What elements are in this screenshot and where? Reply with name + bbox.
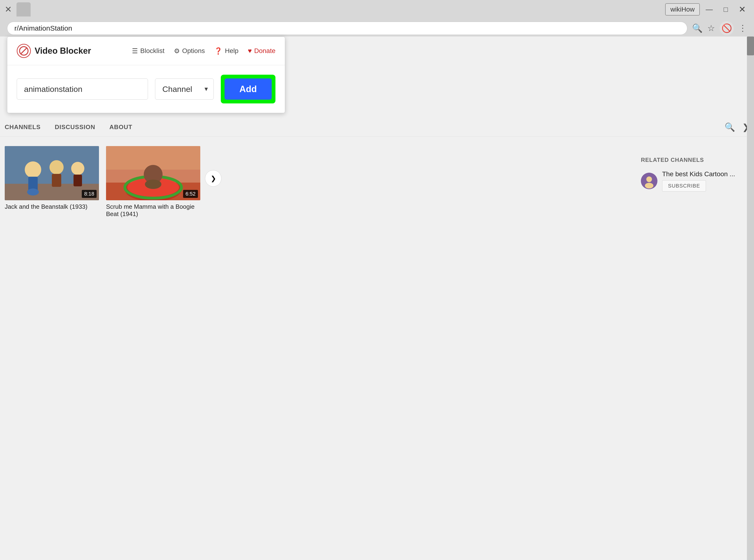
page-content: CHANNELS DISCUSSION ABOUT 🔍 ❯ (0, 37, 754, 560)
video-title-2: Scrub me Mamma with a Boogie Beat (1941) (106, 203, 200, 218)
gear-icon: ⚙ (174, 47, 180, 55)
svg-point-2 (25, 161, 41, 178)
blocklist-nav-item[interactable]: ☰ Blocklist (132, 47, 164, 55)
donate-label: Donate (254, 47, 275, 55)
popup-nav: ☰ Blocklist ⚙ Options ❓ Help ♥ Donate (132, 47, 275, 55)
popup-body: Channel Username Keyword Add (7, 65, 285, 113)
popup-logo: Video Blocker (17, 44, 91, 58)
heart-icon: ♥ (248, 47, 252, 55)
tab-channels[interactable]: CHANNELS (5, 121, 41, 133)
video-list: 8:18 Jack and the Beanstalk (1933) (5, 146, 200, 218)
channel-name-input[interactable] (17, 78, 148, 100)
help-label: Help (225, 47, 238, 55)
video-duration-2: 6:52 (183, 190, 198, 198)
no-symbol-icon (19, 46, 28, 56)
address-bar: 🔍 ☆ 🚫 ⋮ (0, 19, 754, 38)
maximize-button[interactable]: □ (719, 3, 733, 15)
svg-rect-6 (52, 174, 61, 187)
channel-avatar (641, 173, 657, 189)
tab-about[interactable]: ABOUT (109, 121, 132, 133)
video-duration-1: 8:18 (82, 190, 97, 198)
type-select-wrapper: Channel Username Keyword (155, 78, 214, 100)
channel-info: The best Kids Cartoon ... SUBSCRIBE (662, 170, 735, 192)
svg-line-21 (20, 47, 27, 54)
thumbnail-1: 8:18 (5, 146, 99, 200)
video-item-2[interactable]: 6:52 Scrub me Mamma with a Boogie Beat (… (106, 146, 200, 218)
carousel-next-button[interactable]: ❯ (205, 170, 221, 186)
options-label: Options (182, 47, 205, 55)
svg-point-4 (27, 188, 39, 196)
related-channels-panel: RELATED CHANNELS The best Kids Cartoon .… (641, 157, 749, 196)
related-channel-item: The best Kids Cartoon ... SUBSCRIBE (641, 170, 749, 192)
channel-name: The best Kids Cartoon ... (662, 170, 735, 178)
tab-icons: 🔍 ❯ (725, 122, 749, 132)
video-title-1: Jack and the Beanstalk (1933) (5, 203, 99, 211)
avatar-image (641, 173, 657, 189)
tab-search-icon[interactable]: 🔍 (725, 122, 735, 132)
subscribe-button[interactable]: SUBSCRIBE (662, 180, 706, 192)
youtube-tabs: CHANNELS DISCUSSION ABOUT 🔍 ❯ (0, 118, 754, 137)
donate-nav-item[interactable]: ♥ Donate (248, 47, 275, 55)
tab-discussion[interactable]: DISCUSSION (55, 121, 95, 133)
window-controls: wikiHow — □ ✕ (665, 0, 749, 19)
svg-point-19 (645, 183, 653, 188)
options-nav-item[interactable]: ⚙ Options (174, 47, 205, 55)
video-item-1[interactable]: 8:18 Jack and the Beanstalk (1933) (5, 146, 99, 218)
logo-icon (17, 44, 31, 58)
zoom-icon[interactable]: 🔍 (692, 23, 702, 33)
svg-point-16 (145, 180, 161, 189)
title-bar: ✕ wikiHow — □ ✕ (0, 0, 754, 19)
close-button[interactable]: ✕ (735, 3, 749, 15)
scrollbar[interactable] (747, 37, 754, 560)
block-icon[interactable]: 🚫 (720, 21, 734, 35)
wikihow-badge: wikiHow (665, 3, 700, 16)
thumbnail-2: 6:52 (106, 146, 200, 200)
url-input[interactable] (7, 22, 687, 35)
blocklist-label: Blocklist (140, 47, 164, 55)
next-button-wrapper: ❯ (200, 146, 226, 218)
add-button[interactable]: Add (224, 78, 272, 100)
add-button-highlight: Add (221, 75, 275, 103)
related-channels-title: RELATED CHANNELS (641, 157, 749, 163)
help-icon: ❓ (214, 47, 222, 55)
bookmark-icon[interactable]: ☆ (707, 23, 715, 33)
help-nav-item[interactable]: ❓ Help (214, 47, 238, 55)
scrollbar-thumb[interactable] (747, 37, 754, 55)
svg-rect-8 (74, 175, 82, 186)
svg-point-7 (71, 162, 84, 175)
channel-type-select[interactable]: Channel Username Keyword (155, 78, 214, 100)
logo-text: Video Blocker (35, 46, 91, 56)
blocklist-icon: ☰ (132, 47, 138, 55)
svg-point-18 (646, 177, 652, 182)
svg-point-5 (49, 160, 64, 174)
browser-tab[interactable] (17, 2, 31, 17)
browser-chrome: ✕ wikiHow — □ ✕ 🔍 ☆ 🚫 ⋮ (0, 0, 754, 38)
extension-popup: Video Blocker ☰ Blocklist ⚙ Options ❓ He… (7, 37, 285, 113)
popup-header: Video Blocker ☰ Blocklist ⚙ Options ❓ He… (7, 37, 285, 65)
menu-icon[interactable]: ⋮ (738, 23, 747, 33)
minimize-button[interactable]: — (702, 3, 716, 15)
tab-close-button[interactable]: ✕ (5, 4, 12, 14)
